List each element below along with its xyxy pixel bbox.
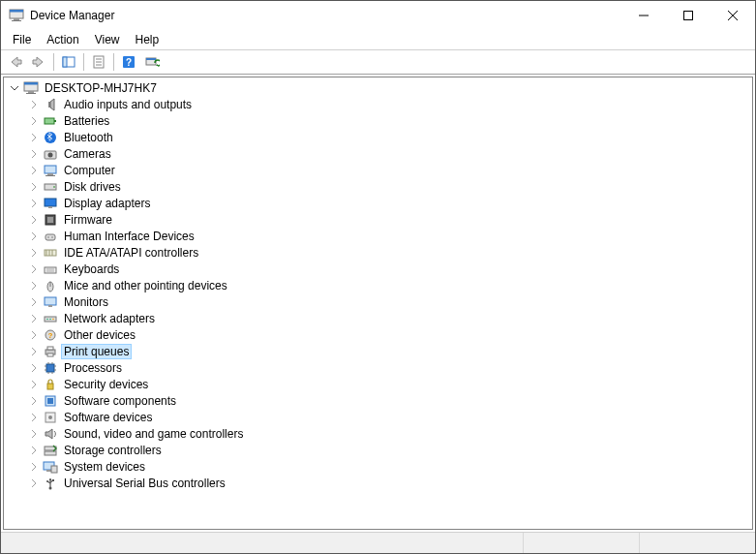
svg-rect-77: [46, 470, 51, 472]
back-button[interactable]: [5, 51, 26, 73]
expander-icon[interactable]: [27, 394, 41, 408]
tree-item[interactable]: Sound, video and game controllers: [4, 425, 752, 442]
component-icon: [43, 393, 58, 409]
toolbar-separator: [113, 53, 114, 71]
tree-item[interactable]: System devices: [4, 458, 752, 475]
svg-rect-69: [47, 384, 53, 389]
expander-icon[interactable]: [27, 246, 41, 260]
keyboard-icon: [43, 262, 58, 277]
expander-icon[interactable]: [27, 197, 41, 210]
tree-item[interactable]: Display adapters: [4, 195, 752, 211]
computer-icon: [23, 80, 39, 96]
expander-icon[interactable]: [27, 147, 41, 161]
svg-point-38: [47, 236, 49, 238]
expander-icon[interactable]: [27, 312, 41, 325]
tree-item[interactable]: Computer: [4, 162, 752, 178]
tree-item[interactable]: Keyboards: [4, 261, 752, 277]
help-button[interactable]: ?: [118, 51, 139, 73]
expander-icon[interactable]: [27, 444, 41, 457]
tree-item[interactable]: Network adapters: [4, 310, 752, 326]
menu-view[interactable]: View: [87, 31, 128, 48]
maximize-button[interactable]: [666, 1, 711, 30]
svg-text:?: ?: [126, 57, 132, 68]
svg-rect-34: [48, 206, 52, 208]
svg-rect-33: [45, 199, 56, 206]
mouse-icon: [43, 278, 58, 293]
svg-rect-1: [10, 10, 23, 13]
tree-item-label: Firmware: [62, 213, 114, 227]
svg-point-54: [52, 318, 54, 320]
tree-item[interactable]: Mice and other pointing devices: [4, 277, 752, 293]
menu-help[interactable]: Help: [128, 31, 167, 48]
svg-point-32: [53, 186, 55, 188]
tree-item[interactable]: Storage controllers: [4, 442, 752, 458]
tree-item-label: Bluetooth: [62, 131, 115, 144]
tree-item[interactable]: Software components: [4, 392, 752, 409]
bluetooth-icon: [43, 130, 58, 145]
title-bar: Device Manager: [1, 1, 755, 30]
expander-icon[interactable]: [27, 262, 41, 276]
expander-icon[interactable]: [27, 114, 41, 128]
tree-item[interactable]: Batteries: [4, 112, 752, 129]
tree-item[interactable]: Universal Serial Bus controllers: [4, 475, 752, 491]
tree-item-label: IDE ATA/ATAPI controllers: [62, 246, 200, 260]
svg-rect-71: [47, 398, 53, 404]
tree-root[interactable]: DESKTOP-MHJ7HK7: [4, 79, 752, 96]
tree-item[interactable]: Monitors: [4, 293, 752, 310]
tree-item[interactable]: Security devices: [4, 376, 752, 392]
device-tree-pane[interactable]: DESKTOP-MHJ7HK7 Audio inputs and outputs…: [3, 77, 753, 530]
tree-item[interactable]: Cameras: [4, 145, 752, 162]
tree-item[interactable]: Bluetooth: [4, 129, 752, 145]
processor-icon: [43, 360, 58, 376]
svg-rect-82: [52, 479, 54, 481]
svg-rect-44: [45, 267, 56, 273]
expander-icon[interactable]: [27, 131, 41, 144]
tree-item-label: Print queues: [62, 345, 131, 358]
svg-rect-50: [48, 305, 52, 307]
menu-action[interactable]: Action: [39, 31, 86, 48]
expander-icon[interactable]: [27, 345, 41, 358]
svg-rect-20: [28, 91, 34, 93]
tree-item[interactable]: ?Other devices: [4, 326, 752, 343]
expander-icon[interactable]: [27, 460, 41, 474]
tree-item[interactable]: Print queues: [4, 343, 752, 359]
expander-icon[interactable]: [8, 81, 21, 95]
expander-icon[interactable]: [27, 164, 41, 177]
close-button[interactable]: [711, 1, 755, 30]
tree-item[interactable]: Human Interface Devices: [4, 228, 752, 244]
forward-button[interactable]: [28, 51, 49, 73]
expander-icon[interactable]: [27, 411, 41, 424]
expander-icon[interactable]: [27, 279, 41, 292]
tree-item[interactable]: Software devices: [4, 409, 752, 425]
svg-rect-5: [684, 12, 693, 20]
expander-icon[interactable]: [27, 213, 41, 227]
svg-rect-59: [47, 354, 53, 356]
minimize-button[interactable]: [621, 1, 666, 30]
show-hide-console-tree-button[interactable]: [58, 51, 79, 73]
tree-item[interactable]: Processors: [4, 359, 752, 376]
softdev-icon: [43, 410, 58, 425]
svg-rect-23: [45, 118, 54, 124]
svg-rect-30: [45, 175, 55, 176]
menu-file[interactable]: File: [5, 31, 39, 48]
expander-icon[interactable]: [27, 378, 41, 391]
tree-item[interactable]: Disk drives: [4, 178, 752, 195]
expander-icon[interactable]: [27, 328, 41, 342]
expander-icon[interactable]: [27, 230, 41, 243]
expander-icon[interactable]: [27, 98, 41, 111]
status-bar: [1, 532, 755, 553]
properties-button[interactable]: [88, 51, 109, 73]
svg-rect-19: [24, 82, 38, 85]
expander-icon[interactable]: [27, 427, 41, 441]
expander-icon[interactable]: [27, 180, 41, 194]
expander-icon[interactable]: [27, 477, 41, 490]
camera-icon: [43, 146, 58, 162]
tree-item[interactable]: Firmware: [4, 211, 752, 228]
tree-item-label: Sound, video and game controllers: [62, 427, 245, 441]
svg-rect-17: [146, 58, 156, 60]
scan-hardware-button[interactable]: [141, 51, 163, 73]
tree-item[interactable]: IDE ATA/ATAPI controllers: [4, 244, 752, 261]
tree-item[interactable]: Audio inputs and outputs: [4, 96, 752, 112]
expander-icon[interactable]: [27, 361, 41, 375]
expander-icon[interactable]: [27, 295, 41, 309]
